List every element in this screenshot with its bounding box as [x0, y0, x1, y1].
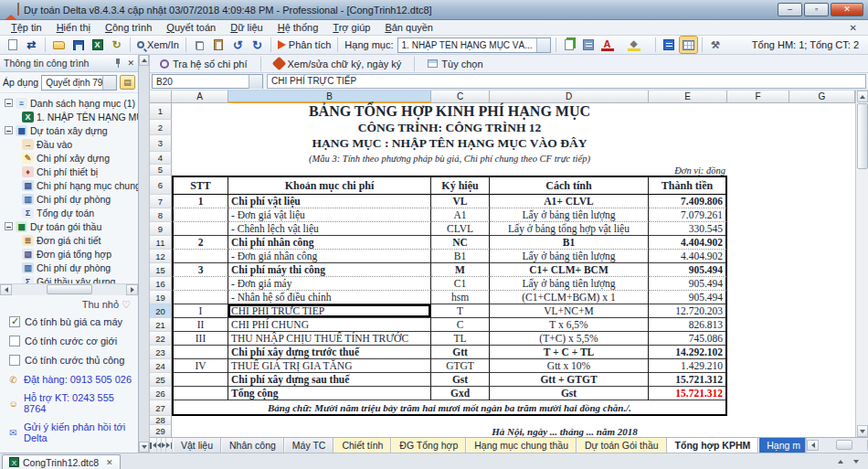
row-header-3[interactable]: 3	[150, 135, 172, 152]
menu-item[interactable]: Bản quyền	[377, 21, 440, 35]
view-print-button[interactable]: Xem/In	[135, 37, 181, 53]
cell-stt[interactable]	[172, 373, 228, 387]
cell-formula[interactable]: Gtt + GTGT	[490, 373, 649, 387]
cell-formula[interactable]: Lấy ở bảng tổng hợp vật liệu	[490, 222, 649, 236]
apply-select[interactable]: Quyết định 79/QĐ-B...	[41, 75, 117, 91]
option-checkbox[interactable]: Có tính cước thủ công	[9, 355, 132, 366]
row-header-27[interactable]: 27	[150, 400, 172, 416]
cell-amount[interactable]: 4.404.902	[649, 250, 727, 263]
cell-formula[interactable]: Lấy ở bảng tiên lượng	[490, 250, 649, 263]
save-button[interactable]	[69, 37, 87, 53]
row-header-26[interactable]: 26	[150, 387, 172, 400]
item-select[interactable]: 1. NHẬP TÊN HẠNG MỤC VÀ...	[397, 37, 551, 53]
cell-symbol[interactable]: VL	[431, 195, 490, 208]
cell-stt[interactable]	[172, 387, 228, 400]
menu-item[interactable]: Quyết toán	[159, 21, 223, 35]
new-file-button[interactable]	[4, 37, 21, 53]
sheet-tab[interactable]: ĐG Tổng hợp	[391, 438, 466, 453]
cell-stt[interactable]: II	[172, 318, 228, 332]
paste-button[interactable]	[210, 37, 228, 53]
scroll-up-icon[interactable]	[139, 55, 149, 66]
cell-amount[interactable]: 7.079.261	[649, 208, 727, 222]
row-header-25[interactable]: 25	[150, 373, 172, 387]
sheet-tab[interactable]: Dự toán Gói thầu	[577, 438, 667, 453]
cell-formula[interactable]: T + C + TL	[490, 346, 649, 359]
cell-formula[interactable]: Lấy ở bảng tiên lượng	[490, 277, 649, 291]
cell-symbol[interactable]: hsm	[431, 291, 490, 304]
sheet-tab[interactable]: Nhân công	[221, 438, 284, 453]
cell-formula[interactable]: Gtt x 10%	[490, 359, 649, 373]
select-all-corner[interactable]	[150, 91, 172, 103]
cell-formula[interactable]: B1	[490, 236, 649, 250]
row-header-16[interactable]: 16	[150, 277, 172, 291]
cell-reference-box[interactable]: B20	[152, 74, 263, 89]
cell-amount[interactable]: 14.292.102	[649, 346, 727, 359]
cell-name[interactable]: Chi phí vật liệu	[228, 195, 431, 208]
options-button[interactable]: Tùy chọn	[421, 56, 501, 72]
cell-symbol[interactable]: Gst	[431, 373, 490, 387]
panel-close-icon[interactable]: ✕	[127, 59, 134, 68]
cell-amount[interactable]: 7.409.806	[649, 195, 727, 208]
open-button[interactable]	[50, 37, 68, 53]
menu-item[interactable]: Dữ liệu	[223, 21, 270, 35]
cell-stt[interactable]	[172, 208, 228, 222]
add-item-button[interactable]	[561, 37, 578, 53]
cell-symbol[interactable]: C	[431, 318, 490, 332]
menu-item[interactable]: Công trình	[98, 21, 159, 35]
cell-amount[interactable]: 4.404.902	[649, 236, 727, 250]
cell-name[interactable]: THUẾ GIÁ TRỊ GIA TĂNG	[228, 359, 431, 373]
menu-item[interactable]: Hiển thị	[49, 21, 98, 35]
column-header-G[interactable]: G	[789, 91, 855, 103]
cell-name[interactable]: - Chênh lệch vật liệu	[228, 222, 431, 236]
redo-button[interactable]: ↻	[249, 37, 266, 53]
cell-symbol[interactable]: TL	[431, 332, 490, 346]
cell-stt[interactable]	[172, 222, 228, 236]
tree-hscrollbar[interactable]	[0, 283, 138, 295]
undo-button[interactable]: ↺	[229, 37, 247, 53]
cell-stt[interactable]: I	[172, 304, 228, 318]
cell-name[interactable]: - Đơn giá vật liệu	[228, 208, 431, 222]
tree-item[interactable]: X1. NHẬP TÊN HẠNG MỤC VÀO ĐÂY	[2, 110, 138, 123]
close-button[interactable]: ✕	[831, 3, 863, 16]
column-header-A[interactable]: A	[172, 91, 228, 103]
cell-formula[interactable]: C1+ CLM+ BCM	[490, 263, 649, 277]
row-header-22[interactable]: 22	[150, 332, 172, 346]
scroll-left-icon[interactable]	[807, 440, 819, 451]
tree-item[interactable]: ✎Chi phí xây dựng	[2, 151, 138, 165]
analyze-button[interactable]: Phân tích	[276, 37, 333, 53]
column-header-E[interactable]: E	[649, 91, 727, 103]
expander-icon[interactable]	[5, 99, 13, 107]
row-header-6[interactable]: 6	[150, 176, 172, 195]
cell-symbol[interactable]: Gxd	[431, 387, 490, 400]
option-checkbox[interactable]: Có tính cước cơ giới	[9, 336, 132, 346]
cell-stt[interactable]: III	[172, 332, 228, 346]
cell-amount[interactable]: 15.721.312	[649, 387, 727, 400]
sheet-tab[interactable]: Tổng hợp KPHM	[667, 438, 759, 453]
cell-name[interactable]: THU NHẬP CHỊU THUẾ TÍNH TRƯỚC	[228, 332, 431, 346]
tree-item[interactable]: ≣Đơn giá chi tiết	[2, 233, 138, 247]
document-tab[interactable]: X CongTrinh12.dtc8 ✕	[2, 454, 121, 469]
chevron-down-icon[interactable]	[249, 75, 262, 89]
settings-button[interactable]: ⚒	[707, 37, 725, 53]
cell-symbol[interactable]: T	[431, 304, 490, 318]
cell-formula[interactable]: A1+ CLVL	[490, 195, 649, 208]
table-header-cell[interactable]: Cách tính	[490, 176, 649, 195]
selected-cell[interactable]: CHI PHÍ TRỰC TIẾP	[228, 304, 431, 318]
signature-button[interactable]: Xem/sửa chữ ký, ngày ký	[268, 56, 408, 72]
tree-item[interactable]: ΣTổng dự toán	[2, 206, 138, 219]
cell-amount[interactable]: 1.429.210	[649, 359, 727, 373]
row-header-9[interactable]: 9	[150, 222, 172, 236]
cell-symbol[interactable]: M	[431, 263, 490, 277]
cell-symbol[interactable]: Gtt	[431, 346, 490, 359]
cell-stt[interactable]: 1	[172, 195, 228, 208]
checkbox-icon[interactable]	[9, 336, 20, 346]
cell-formula[interactable]: Lấy ở bảng tiên lượng	[490, 208, 649, 222]
row-header-19[interactable]: 19	[150, 291, 172, 304]
document-close-icon[interactable]: ✕	[106, 458, 113, 467]
cell-symbol[interactable]: CLVL	[431, 222, 490, 236]
cell-name[interactable]: - Đơn giá nhân công	[228, 250, 431, 263]
row-header-1[interactable]: 1	[150, 103, 172, 120]
row-header-7[interactable]: 7	[150, 195, 172, 208]
cell-symbol[interactable]: A1	[431, 208, 490, 222]
tree-item[interactable]: ≡Danh sách hạng mục (1)	[2, 96, 138, 110]
